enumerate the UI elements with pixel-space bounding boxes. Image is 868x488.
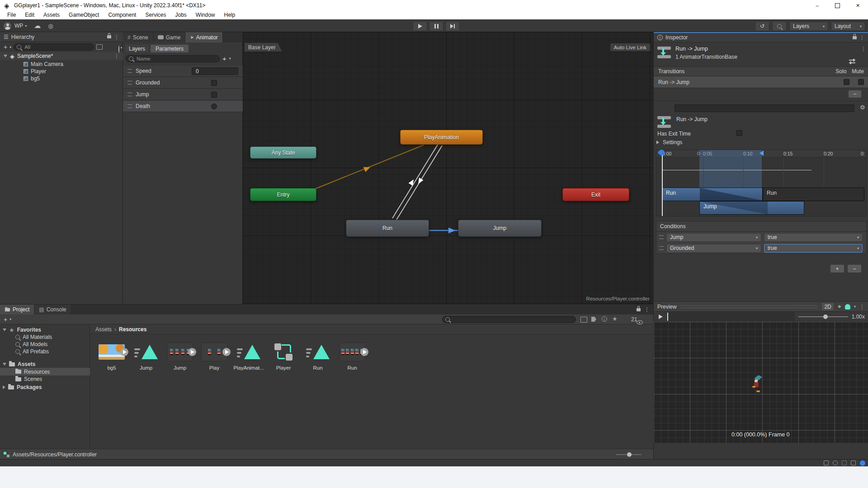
timeline-track-run-2[interactable]: Run xyxy=(763,188,864,201)
state-entry[interactable]: Entry xyxy=(250,188,316,201)
open-window-icon[interactable] xyxy=(96,44,103,50)
parameter-row-jump[interactable]: Jump xyxy=(123,89,243,100)
transition-timeline[interactable]: 0:00 0:05 0:10 0:15 0:20 0: Run Run Jump xyxy=(656,150,867,216)
layers-dropdown[interactable]: Layers▾ xyxy=(789,22,828,31)
remove-condition-button[interactable]: − xyxy=(847,264,862,273)
drag-handle-icon[interactable] xyxy=(659,246,664,250)
foldout-icon[interactable] xyxy=(3,385,5,389)
parameter-search-input[interactable] xyxy=(136,56,217,62)
hidden-count-eye-icon[interactable] xyxy=(637,320,643,324)
hierarchy-item-player[interactable]: Player xyxy=(24,68,118,75)
cloud-icon[interactable]: ☁ xyxy=(34,22,41,30)
asset-bg5[interactable]: bg5 xyxy=(94,341,129,371)
scene-menu-icon[interactable]: ⋮ xyxy=(114,53,119,59)
hierarchy-item-main-camera[interactable]: Main Camera xyxy=(24,61,118,68)
remove-transition-button[interactable]: − xyxy=(848,90,862,98)
add-caret-icon[interactable]: ▾ xyxy=(9,45,11,49)
progress-indicator-icon[interactable] xyxy=(860,460,865,466)
scene-name[interactable]: SampleScene* xyxy=(17,53,53,59)
preview-scrub-track[interactable] xyxy=(668,312,795,322)
favorites-node[interactable]: ★ Favorites xyxy=(3,326,88,333)
state-any-state[interactable]: Any State xyxy=(250,146,316,159)
search-button[interactable] xyxy=(772,21,787,31)
solo-checkbox[interactable] xyxy=(844,79,849,85)
tab-project[interactable]: Project xyxy=(0,305,34,314)
undo-history-button[interactable]: ↺ xyxy=(755,21,769,31)
layout-dropdown[interactable]: Layout▾ xyxy=(831,22,865,31)
lock-icon[interactable] xyxy=(853,36,857,39)
settings-label[interactable]: Settings xyxy=(663,139,682,145)
add-parameter-caret-icon[interactable]: ▾ xyxy=(229,56,231,61)
condition-value-dropdown[interactable]: true▾ xyxy=(764,233,863,242)
preview-2d-button[interactable]: 2D xyxy=(821,302,834,311)
hierarchy-item-bg5[interactable]: bg5 xyxy=(24,75,118,82)
mute-checkbox[interactable] xyxy=(858,79,864,85)
tree-item-all-materials[interactable]: All Materials xyxy=(15,333,88,341)
project-search-input[interactable] xyxy=(452,316,573,323)
header-menu-icon[interactable]: ⋮ xyxy=(861,46,866,52)
menu-help[interactable]: Help xyxy=(220,12,240,18)
grounded-checkbox[interactable] xyxy=(211,80,217,86)
playhead-line[interactable] xyxy=(662,151,663,216)
slider-knob[interactable] xyxy=(627,452,632,457)
condition-value-dropdown-focused[interactable]: true▾ xyxy=(764,244,863,253)
state-jump[interactable]: Jump xyxy=(458,220,542,237)
jump-checkbox[interactable] xyxy=(211,92,217,98)
menu-jobs[interactable]: Jobs xyxy=(170,12,191,18)
avatar-caret-icon[interactable]: ▾ xyxy=(854,305,856,309)
has-exit-time-checkbox[interactable] xyxy=(736,130,742,136)
tab-console[interactable]: ▤Console xyxy=(34,305,71,314)
add-button[interactable]: + xyxy=(4,43,7,51)
parameter-row-grounded[interactable]: Grounded xyxy=(123,77,243,89)
transition-list-row[interactable]: Run -> Jump xyxy=(654,76,868,88)
watch-eye-icon[interactable] xyxy=(118,46,119,53)
asset-jump-sheet[interactable]: Jump xyxy=(163,341,197,371)
search-in-assets-icon[interactable] xyxy=(580,317,587,323)
create-asset-button[interactable]: + xyxy=(4,316,7,323)
hierarchy-menu-icon[interactable]: ⋮ xyxy=(114,34,119,40)
pivot-gizmo-icon[interactable]: ⌖ xyxy=(838,303,841,310)
death-trigger-radio[interactable] xyxy=(211,103,217,109)
preview-drag-handle[interactable] xyxy=(680,305,818,308)
tree-item-all-models[interactable]: All Models xyxy=(15,341,88,348)
timeline-track-run-1[interactable]: Run xyxy=(662,188,763,201)
foldout-icon[interactable] xyxy=(3,328,6,331)
project-search[interactable] xyxy=(442,316,576,323)
close-button[interactable]: ✕ xyxy=(848,0,868,11)
menu-edit[interactable]: Edit xyxy=(20,12,39,18)
drag-handle-icon[interactable] xyxy=(659,235,664,239)
play-badge-icon[interactable] xyxy=(360,348,368,356)
step-button[interactable] xyxy=(445,21,460,31)
thumbnail-zoom-slider[interactable] xyxy=(616,454,642,455)
hierarchy-tab[interactable]: Hierarchy xyxy=(11,34,34,40)
transition-name-field[interactable] xyxy=(675,104,854,112)
drag-handle-icon[interactable] xyxy=(127,69,132,73)
settings-foldout-icon[interactable] xyxy=(656,141,659,144)
packages-node[interactable]: Packages xyxy=(3,384,88,391)
tab-scene[interactable]: #Scene xyxy=(123,32,153,42)
drag-handle-icon[interactable] xyxy=(127,81,132,84)
collab-target-icon[interactable]: ◎ xyxy=(48,23,53,29)
offset-marker-icon[interactable] xyxy=(697,152,700,155)
animator-graph[interactable]: Base Layer Auto Live Link PlayAnimation … xyxy=(243,32,653,304)
exit-marker-icon[interactable] xyxy=(760,150,764,156)
menu-file[interactable]: File xyxy=(3,12,20,18)
status-icon-4[interactable] xyxy=(851,460,856,465)
preview-header[interactable]: Preview 2D ⌖ ▾ ⋮ xyxy=(654,301,868,312)
parameter-row-speed[interactable]: Speed 0 xyxy=(123,66,243,77)
foldout-icon[interactable] xyxy=(3,363,6,366)
play-button[interactable] xyxy=(413,21,427,31)
lock-icon[interactable] xyxy=(637,308,641,311)
minimize-button[interactable]: – xyxy=(807,0,827,11)
project-menu-icon[interactable]: ⋮ xyxy=(644,306,650,313)
parameter-search[interactable] xyxy=(126,55,220,62)
pause-button[interactable] xyxy=(429,21,443,31)
asset-player-controller[interactable]: Player xyxy=(266,341,301,371)
assets-node[interactable]: Assets xyxy=(3,361,88,368)
status-icon-2[interactable] xyxy=(833,460,838,465)
drag-handle-icon[interactable] xyxy=(127,104,132,108)
menu-assets[interactable]: Assets xyxy=(39,12,64,18)
foldout-icon[interactable] xyxy=(4,55,7,57)
parameter-row-death[interactable]: Death xyxy=(123,101,243,112)
speed-value-field[interactable]: 0 xyxy=(192,67,238,75)
